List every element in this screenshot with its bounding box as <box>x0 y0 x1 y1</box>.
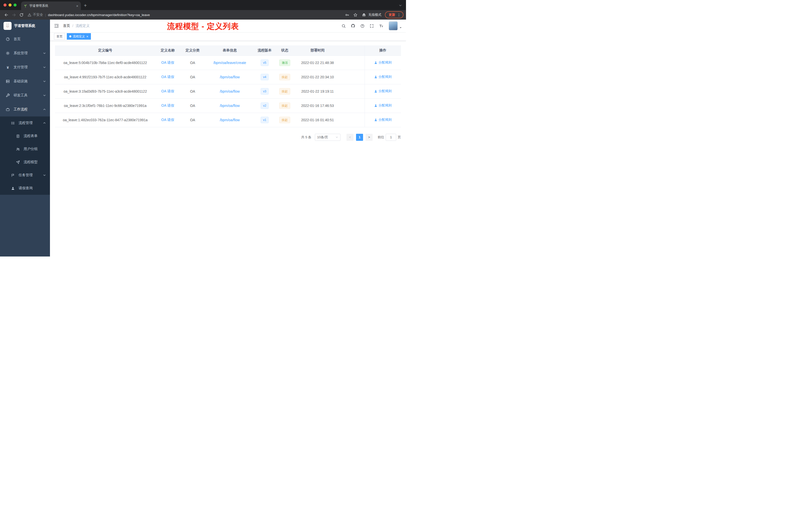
tab-close-icon[interactable]: × <box>76 4 78 8</box>
caret-down-icon[interactable] <box>399 26 402 29</box>
page-number-button[interactable]: 1 <box>356 134 363 141</box>
definition-name-link[interactable]: OA 请假 <box>161 89 174 93</box>
dashboard-icon <box>5 37 10 41</box>
cell-deploy-time: 2022-01-22 20:34:10 <box>294 70 341 84</box>
incognito-label: 无痕模式 <box>368 12 381 17</box>
table-row: oa_leave:1:482ec033-762a-11ec-8477-a2380… <box>55 113 401 127</box>
flag-icon <box>10 174 16 177</box>
sidebar-item-workflow[interactable]: 工作流程 <box>0 102 50 117</box>
update-chip[interactable]: 更新 ⋮ <box>385 11 404 18</box>
definition-name-link[interactable]: OA 请假 <box>161 118 174 122</box>
total-count: 共 5 条 <box>301 135 311 140</box>
status-badge: 挂起 <box>279 117 290 123</box>
form-info-link[interactable]: /bpm/oa/flow <box>220 118 239 122</box>
sidebar-item-infrastructure[interactable]: 基础设施 <box>0 74 50 88</box>
forward-icon[interactable] <box>10 11 18 19</box>
cell-definition-id: oa_leave:1:482ec033-762a-11ec-8477-a2380… <box>55 113 155 127</box>
browser-menu-icon[interactable]: ⋮ <box>397 13 401 17</box>
definition-name-link[interactable]: OA 请假 <box>161 75 174 79</box>
search-icon[interactable] <box>342 24 346 28</box>
prev-page-button[interactable]: < <box>347 134 353 141</box>
security-status[interactable]: 不安全 <box>28 12 43 17</box>
sidebar-item-task-management[interactable]: 任务管理 <box>0 169 50 182</box>
definition-table: 定义编号 定义名称 定义分类 表单信息 流程版本 状态 部署时间 操作 oa_l… <box>55 46 401 127</box>
infra-icon <box>5 79 10 83</box>
sidebar-item-leave-query[interactable]: 请假查询 <box>0 182 50 195</box>
goto-page-input[interactable] <box>386 134 396 141</box>
fullscreen-icon[interactable] <box>370 24 374 28</box>
sidebar-item-user-group[interactable]: 用户分组 <box>0 143 50 156</box>
sidebar-item-label: 请假查询 <box>19 186 33 190</box>
cell-filler <box>341 98 365 113</box>
sidebar-item-process-form[interactable]: 流程表单 <box>0 129 50 143</box>
assign-rule-link[interactable]: 分配规则 <box>374 60 392 65</box>
definition-name-link[interactable]: OA 请假 <box>161 103 174 108</box>
tag-home[interactable]: 首页 <box>54 33 65 40</box>
github-icon[interactable] <box>351 24 355 28</box>
next-page-button[interactable]: > <box>366 134 373 141</box>
briefcase-icon <box>5 108 10 112</box>
window-close-button[interactable] <box>3 3 6 6</box>
cell-deploy-time: 2022-01-22 19:19:11 <box>294 84 341 98</box>
cell-definition-id: oa_leave:4:991f2193-7b7f-11ec-a3c8-acde4… <box>55 70 155 84</box>
breadcrumb-home[interactable]: 首页 <box>63 24 70 28</box>
chevron-down-icon <box>43 66 46 69</box>
assign-rule-link[interactable]: 分配规则 <box>374 117 392 122</box>
bookmark-star-icon[interactable] <box>353 13 357 17</box>
warning-icon <box>28 13 31 17</box>
chevron-down-icon <box>43 80 46 83</box>
chevron-down-icon <box>43 52 46 55</box>
cell-filler <box>341 84 365 98</box>
user-avatar[interactable] <box>389 21 402 30</box>
sidebar-item-system[interactable]: 系统管理 <box>0 46 50 60</box>
sidebar-item-label: 系统管理 <box>13 51 28 56</box>
avatar[interactable] <box>389 21 398 30</box>
assign-rule-link[interactable]: 分配规则 <box>374 103 392 108</box>
sidebar-item-label: 首页 <box>13 37 21 41</box>
sidebar-item-payment[interactable]: ¥ 支付管理 <box>0 60 50 74</box>
page-size-select[interactable]: 10条/页 <box>315 134 341 141</box>
assign-rule-link[interactable]: 分配规则 <box>374 74 392 79</box>
chevron-up-icon <box>43 108 46 111</box>
window-zoom-button[interactable] <box>13 3 17 6</box>
cell-deploy-time: 2022-01-16 17:46:53 <box>294 98 341 113</box>
sidebar-item-process-management[interactable]: 流程管理 <box>0 117 50 129</box>
form-info-link[interactable]: /bpm/oa/leave/create <box>213 61 246 65</box>
person-icon <box>374 90 377 93</box>
window-minimize-button[interactable] <box>8 3 11 6</box>
sidebar-item-dev-tools[interactable]: 研发工具 <box>0 88 50 102</box>
font-size-icon[interactable] <box>379 24 384 28</box>
sidebar-item-process-model[interactable]: 流程模型 <box>0 156 50 169</box>
form-info-link[interactable]: /bpm/oa/flow <box>220 104 239 108</box>
definition-name-link[interactable]: OA 请假 <box>161 60 174 64</box>
cell-filler <box>341 56 365 70</box>
person-icon <box>374 104 377 107</box>
tag-process-definition[interactable]: 流程定义 × <box>67 33 91 40</box>
assign-rule-link[interactable]: 分配规则 <box>374 89 392 93</box>
page-content: 定义编号 定义名称 定义分类 表单信息 流程版本 状态 部署时间 操作 oa_l… <box>50 41 406 256</box>
table-header-row: 定义编号 定义名称 定义分类 表单信息 流程版本 状态 部署时间 操作 <box>55 46 401 56</box>
sidebar-item-label: 流程模型 <box>24 160 38 164</box>
browser-tab[interactable]: 芋道管理系统 × <box>21 1 81 10</box>
version-badge: v2 <box>261 102 269 109</box>
address-bar[interactable]: 不安全 | dashboard.yudao.iocoder.cn/bpm/man… <box>28 12 343 17</box>
back-icon[interactable] <box>2 11 10 19</box>
app-logo[interactable]: 芋道管理系统 <box>0 20 50 32</box>
sidebar-item-home[interactable]: 首页 <box>0 32 50 46</box>
new-tab-button[interactable]: + <box>84 3 87 8</box>
help-icon[interactable] <box>360 24 365 28</box>
status-badge: 挂起 <box>279 88 290 95</box>
pagination: 共 5 条 10条/页 < 1 > 前往 页 <box>55 134 401 141</box>
sidebar-collapse-icon[interactable] <box>54 23 59 28</box>
reload-icon[interactable] <box>18 11 25 19</box>
column-header-status: 状态 <box>275 46 294 56</box>
tag-close-icon[interactable]: × <box>86 35 88 38</box>
table-row: oa_leave:2:3c1f0ef1-76b1-11ec-9c66-a2380… <box>55 98 401 113</box>
key-icon[interactable] <box>345 13 349 17</box>
form-info-link[interactable]: /bpm/oa/flow <box>220 89 239 93</box>
tag-label: 流程定义 <box>73 34 85 39</box>
form-info-link[interactable]: /bpm/oa/flow <box>220 75 239 79</box>
sidebar-item-label: 任务管理 <box>19 173 33 177</box>
column-header-filler <box>341 46 365 56</box>
tab-search-chevron-icon[interactable] <box>399 4 402 7</box>
